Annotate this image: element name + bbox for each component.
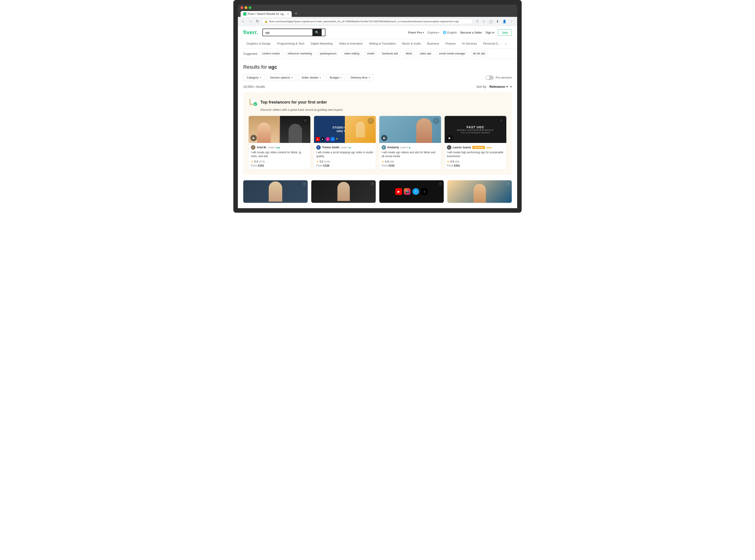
search-button[interactable]: 🔍 — [312, 29, 322, 36]
menu-button[interactable]: ⋮ — [508, 19, 515, 24]
profile-button[interactable]: 👤 — [501, 19, 508, 24]
active-tab[interactable]: f Fiverr / Search Results for 'ug... ✕ — [240, 11, 292, 17]
gig-card-ariel[interactable]: ♡ ▶ A Ariel M. Level 2 ◆◆ — [249, 116, 310, 169]
chip-content-creator[interactable]: content creator — [259, 51, 283, 56]
tab-close-button[interactable]: ✕ — [287, 13, 289, 16]
heart-icon-kimberly[interactable]: ♡ — [433, 118, 439, 124]
download-button[interactable]: ⬇ — [495, 19, 500, 24]
top-nav: fiverr. 🔍 Fiverr Pro ▾ Explore ▾ 🌐 Engli… — [238, 26, 517, 39]
heart-icon-bc3[interactable]: ♡ — [439, 182, 442, 186]
search-input[interactable] — [263, 29, 312, 36]
price-value-lauren: €251 — [454, 164, 460, 167]
seller-details-filter[interactable]: Seller details ▾ — [298, 74, 324, 81]
from-label-triston: From — [316, 164, 323, 167]
service-options-chevron-icon: ▾ — [291, 76, 293, 79]
traffic-light-red[interactable] — [240, 6, 243, 9]
chip-facebook-ads[interactable]: facebook ads — [379, 51, 401, 56]
cat-digital-marketing[interactable]: Digital Marketing — [308, 39, 336, 48]
bottom-card-2[interactable]: ♡ — [311, 180, 376, 203]
sign-in-link[interactable]: Sign in — [486, 31, 495, 34]
budget-filter[interactable]: Budget ▾ — [326, 74, 345, 81]
card-rating-lauren: ★ 4.9 (66) — [447, 160, 504, 163]
price-value-triston: €126 — [323, 164, 329, 167]
top-rated-badge-lauren: Top Rated — [472, 146, 485, 149]
featured-header: Top freelancers for your first order — [249, 98, 506, 107]
card-rating-triston: ★ 5.0 (144) — [316, 160, 373, 163]
gig-card-lauren[interactable]: FAST UGC MODEL•VOICEOVER•MUSIC FOR SUSTA… — [445, 116, 506, 169]
share-button[interactable]: ⇧ — [475, 19, 480, 24]
forward-button[interactable]: → — [248, 18, 253, 24]
filters-bar: Category ▾ Service options ▾ Seller deta… — [243, 74, 512, 81]
cat-personal-growth[interactable]: Personal G... — [480, 39, 503, 48]
cat-video-animation[interactable]: Video & Animation — [335, 39, 366, 48]
chip-tiktok[interactable]: tiktok — [403, 51, 415, 56]
chip-spokesperson[interactable]: spokesperson — [317, 51, 340, 56]
seller-info-lauren: L Lauren Juarez Top Rated ◆◆◆ — [447, 145, 504, 150]
cat-ai-services[interactable]: AI Services — [459, 39, 480, 48]
become-seller-link[interactable]: Become a Seller — [460, 31, 482, 34]
chip-influencer-marketing[interactable]: influencer marketing — [285, 51, 315, 56]
card-desc-kimberly: I will create ugc videos and ads for tik… — [382, 151, 439, 158]
explore-link[interactable]: Explore ▾ — [427, 31, 439, 34]
seller-avatar-ariel: A — [251, 145, 255, 150]
extensions-button[interactable]: ⬜ — [487, 19, 494, 24]
pro-toggle-switch[interactable] — [486, 75, 494, 80]
globe-icon: 🌐 — [443, 31, 446, 34]
chip-model[interactable]: model — [364, 51, 377, 56]
toolbar-actions: ⇧ ☆ ⬜ ⬇ 👤 ⋮ — [475, 19, 515, 24]
join-button[interactable]: Join — [498, 29, 512, 36]
reload-button[interactable]: ↻ — [255, 18, 260, 24]
cat-music-audio[interactable]: Music & Audio — [399, 39, 424, 48]
card-body-ariel: A Ariel M. Level 2 ◆◆ I will create ugc … — [249, 143, 310, 169]
url-display: fiverr.com/search/gigs?query=ugc&source=… — [269, 20, 459, 23]
seller-avatar-kimberly: K — [382, 145, 386, 150]
cat-nav-more[interactable]: › — [503, 39, 508, 48]
delivery-time-filter[interactable]: Delivery time ▾ — [347, 74, 373, 81]
cards-grid: ♡ ▶ A Ariel M. Level 2 ◆◆ — [249, 116, 506, 169]
card-image-kimberly: ♡ ▶ — [379, 116, 441, 143]
category-filter-label: Category — [247, 76, 258, 79]
cat-writing-translation[interactable]: Writing & Translation — [366, 39, 399, 48]
chip-social-media-manager[interactable]: social media manager — [436, 51, 468, 56]
category-filter[interactable]: Category ▾ — [243, 74, 265, 81]
from-label-kimberly: From — [382, 164, 388, 167]
heart-icon-lauren[interactable]: ♡ — [498, 118, 505, 124]
chip-tik-tok-ads[interactable]: tik tok ads — [470, 51, 488, 56]
cat-business[interactable]: Business — [424, 39, 442, 48]
play-icon-ariel[interactable]: ▶ — [250, 135, 257, 141]
back-button[interactable]: ← — [240, 18, 246, 24]
play-icon-lauren[interactable]: ▶ — [446, 135, 453, 141]
star-icon-lauren: ★ — [447, 160, 449, 163]
traffic-light-green[interactable] — [249, 6, 251, 9]
bookmark-button[interactable]: ☆ — [481, 19, 486, 24]
price-value-kimberly: €151 — [389, 164, 394, 167]
heart-icon-ariel[interactable]: ♡ — [302, 118, 309, 124]
budget-chevron-icon: ▾ — [340, 76, 342, 79]
bottom-card-3[interactable]: ▶ 📷 𝕏 ♫ ♡ — [379, 180, 444, 203]
traffic-light-yellow[interactable] — [245, 6, 247, 9]
fiverr-pro-link[interactable]: Fiverr Pro ▾ — [408, 31, 424, 34]
gig-card-kimberly[interactable]: ♡ ▶ K Kimberly Level 1 ◆ — [379, 116, 441, 169]
language-label: English — [447, 31, 457, 34]
sort-select[interactable]: Relevance — [488, 85, 509, 89]
service-options-filter[interactable]: Service options ▾ — [267, 74, 296, 81]
heart-icon-bc4[interactable]: ♡ — [507, 182, 510, 186]
cat-graphics-design[interactable]: Graphics & Design — [243, 39, 274, 48]
language-link[interactable]: 🌐 English — [443, 31, 457, 34]
gig-card-triston[interactable]: STUDIO QUALITYUGC VIDEO ▶ — [314, 116, 376, 169]
card-rating-kimberly: ★ 4.9 (48) — [382, 160, 439, 163]
cat-programming-tech[interactable]: Programming & Tech — [274, 39, 307, 48]
service-options-label: Service options — [270, 76, 290, 79]
address-bar[interactable]: 🔒 fiverr.com/search/gigs?query=ugc&sourc… — [262, 19, 473, 24]
heart-icon-triston[interactable]: ♡ — [368, 118, 374, 124]
fiverr-site: fiverr. 🔍 Fiverr Pro ▾ Explore ▾ 🌐 Engli… — [238, 26, 517, 208]
chip-video-editing[interactable]: video editing — [341, 51, 362, 56]
play-icon-kimberly[interactable]: ▶ — [381, 135, 387, 141]
heart-icon-bc2[interactable]: ♡ — [371, 182, 374, 186]
bottom-card-4[interactable]: ♡ — [447, 180, 512, 203]
chip-video-ads[interactable]: video ads — [417, 51, 434, 56]
bottom-card-1[interactable]: ♡ — [243, 180, 308, 203]
new-tab-button[interactable]: + — [293, 11, 299, 17]
heart-icon-bc1[interactable]: ♡ — [303, 182, 306, 186]
cat-finance[interactable]: Finance — [442, 39, 459, 48]
